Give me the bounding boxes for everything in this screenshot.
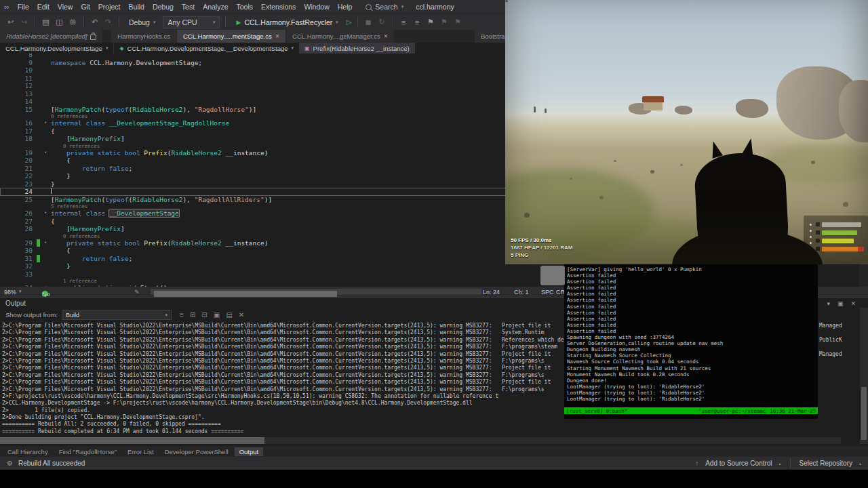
- navigate-back-icon[interactable]: ↩: [5, 18, 16, 26]
- toolbar-separator: [83, 17, 84, 27]
- output-source-dropdown[interactable]: Build ▾: [62, 310, 172, 320]
- hud-bar-fill: [822, 230, 857, 235]
- scrollbar-thumb[interactable]: [154, 291, 337, 297]
- save-all-icon[interactable]: ⊞: [68, 18, 78, 26]
- find-message-icon[interactable]: ≡: [180, 311, 184, 319]
- goto-next-icon[interactable]: ⊞: [190, 311, 195, 319]
- menu-item-analyze[interactable]: Analyze: [199, 1, 232, 12]
- breadcrumb-type[interactable]: ◈ CCL.Harmony.DevelopmentStage.__Develop…: [114, 43, 299, 54]
- fold-gutter: [40, 225, 51, 233]
- menu-item-file[interactable]: File: [14, 1, 33, 12]
- restart-icon[interactable]: ↻: [377, 18, 387, 26]
- panel-tab-output[interactable]: Output: [235, 447, 264, 456]
- fold-gutter: [40, 270, 51, 279]
- output-horizontal-scrollbar[interactable]: [0, 437, 841, 444]
- navigate-forward-icon[interactable]: ↪: [19, 18, 29, 26]
- save-icon[interactable]: ◫: [54, 18, 64, 26]
- breadcrumb-project[interactable]: CCL.Harmony.DevelopmentStage ▾: [0, 43, 114, 54]
- zoom-level[interactable]: 98%: [4, 289, 16, 296]
- panel-tab-developer-powershell[interactable]: Developer PowerShell: [160, 447, 233, 456]
- performance-hud: 50 FPS / 30.0ms 1667 HEAP / 12201 RAM 5 …: [511, 237, 572, 259]
- tmux-pane-title: "user@user-pc:~/steamc: [698, 408, 766, 414]
- editor-tab[interactable]: CCL.Harmony....geManager.cs✕: [286, 30, 394, 43]
- select-repository-button[interactable]: Select Repository: [800, 460, 852, 467]
- edit-pencil-icon: ✎: [134, 289, 140, 296]
- line-number: 16: [0, 119, 37, 127]
- menu-item-project[interactable]: Project: [94, 1, 125, 12]
- redo-icon[interactable]: ↷: [103, 18, 113, 26]
- stop-icon[interactable]: ◼: [363, 18, 374, 26]
- add-to-source-control-button[interactable]: Add to Source Control: [705, 460, 772, 467]
- menu-item-edit[interactable]: Edit: [33, 1, 54, 12]
- menu-item-test[interactable]: Test: [178, 1, 199, 12]
- panel-close-icon[interactable]: ✕: [850, 300, 856, 307]
- close-output-icon[interactable]: ✕: [239, 311, 244, 319]
- toolbar-separator: [35, 17, 35, 27]
- bookmark-icon[interactable]: ⚑: [426, 18, 436, 26]
- terminal-line: Assertion failed: [567, 272, 815, 279]
- menu-item-git[interactable]: Git: [77, 1, 94, 12]
- undo-icon[interactable]: ↶: [90, 18, 100, 26]
- fold-gutter: [40, 75, 51, 83]
- code-text: 0 references: [51, 113, 87, 119]
- fold-gutter: [40, 54, 51, 59]
- start-debugging-button[interactable]: ▶ CCL.Harmony.FastRecycler ▾: [231, 17, 342, 28]
- close-icon[interactable]: ✕: [384, 33, 388, 39]
- new-file-icon[interactable]: ▤: [41, 18, 51, 26]
- output-line: ========== Rebuild completed at 6:34 PM …: [2, 428, 868, 435]
- toolbar-separator: [225, 17, 226, 27]
- game-window[interactable]: 50 FPS / 30.0ms 1667 HEAP / 12201 RAM 5 …: [505, 0, 868, 264]
- fold-arrow-icon[interactable]: ▾: [40, 239, 51, 247]
- close-icon[interactable]: ✕: [275, 33, 279, 39]
- search-box[interactable]: Search ▾: [366, 3, 403, 11]
- feedback-icon[interactable]: ⚙: [7, 460, 13, 467]
- fold-gutter: [40, 172, 51, 180]
- fold-arrow-icon[interactable]: ▾: [40, 119, 51, 127]
- clear-all-icon[interactable]: ▣: [214, 311, 220, 319]
- platform-dropdown[interactable]: Any CPU ▾: [163, 16, 220, 28]
- menu-item-debug[interactable]: Debug: [149, 1, 178, 12]
- bookmark-next-icon[interactable]: ⚑: [439, 18, 450, 26]
- panel-dropdown-icon[interactable]: ▾: [827, 300, 830, 307]
- terminal-window[interactable]: [ServerVar] giving 'hello_world' 0 x Pum…: [564, 264, 818, 419]
- building-roof: [642, 96, 664, 102]
- scrollbar-thumb[interactable]: [0, 437, 264, 444]
- editor-horizontal-scrollbar[interactable]: [151, 289, 481, 295]
- menu-item-view[interactable]: View: [54, 1, 77, 12]
- breadcrumb-member[interactable]: ▣ Prefix(RidableHorse2 __instance): [299, 43, 415, 54]
- chevron-down-icon: ▾: [19, 289, 22, 294]
- panel-tab-error-list[interactable]: Error List: [123, 447, 159, 456]
- fold-gutter: [40, 262, 51, 270]
- start-without-debugging-icon[interactable]: ▷: [347, 18, 352, 26]
- editor-tab[interactable]: HarmonyHooks.cs: [111, 30, 176, 43]
- hud-bar: [816, 238, 864, 243]
- terminal-line: LootManager (trying to loot): 'RidableHo…: [567, 390, 815, 396]
- terminal-line: Monument Navmesh Build took 0.28 seconds: [567, 371, 815, 378]
- spaces-indicator[interactable]: SPC: [541, 289, 554, 296]
- fold-arrow-icon[interactable]: ▾: [40, 209, 51, 218]
- panel-tab-find-ragdollhorse[interactable]: Find "RagdollHorse": [54, 447, 121, 456]
- scrollbar-thumb[interactable]: [861, 387, 867, 440]
- terminal-line: Assertion failed: [567, 285, 815, 291]
- editor-tab[interactable]: RidableHorse2 [decompiled]: [0, 30, 102, 43]
- code-text: }: [51, 262, 71, 270]
- output-vertical-scrollbar[interactable]: [860, 308, 868, 444]
- menu-item-build[interactable]: Build: [125, 1, 149, 12]
- indent-icon[interactable]: ≡: [412, 18, 422, 26]
- hud-bar: [816, 222, 864, 227]
- panel-restore-icon[interactable]: ▣: [837, 300, 844, 307]
- configuration-dropdown[interactable]: Debug ▾: [125, 17, 159, 28]
- editor-tab[interactable]: CCL.Harmony.....mentStage.cs✕: [177, 30, 285, 43]
- outline-icon[interactable]: ≡: [399, 18, 409, 26]
- word-wrap-icon[interactable]: ▤: [226, 311, 232, 319]
- menu-item-tools[interactable]: Tools: [232, 1, 257, 12]
- goto-prev-icon[interactable]: ⊟: [201, 311, 207, 319]
- fold-arrow-icon[interactable]: ▾: [40, 149, 51, 157]
- terminal-line: Assertion failed: [567, 304, 815, 310]
- menu-item-window[interactable]: Window: [300, 1, 333, 12]
- rock-formation: [675, 106, 692, 115]
- bookmark-prev-icon[interactable]: ⚑: [453, 18, 463, 26]
- menu-item-extensions[interactable]: Extensions: [257, 1, 300, 12]
- panel-tab-call-hierarchy[interactable]: Call Hierarchy: [3, 447, 53, 456]
- menu-item-help[interactable]: Help: [334, 1, 357, 12]
